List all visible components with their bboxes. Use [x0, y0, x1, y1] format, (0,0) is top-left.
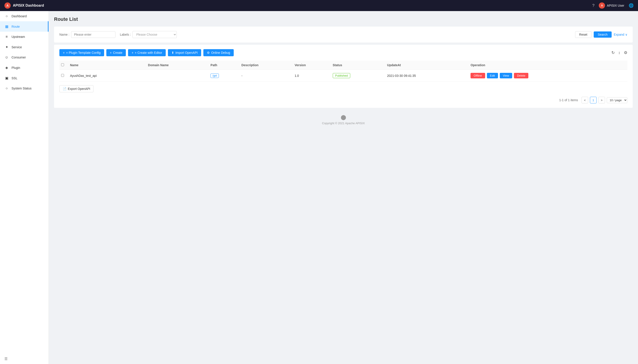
sidebar-collapse-button[interactable]: ☰ — [0, 354, 49, 364]
action-bar: + + Plugin Template Config + Create + + … — [59, 49, 627, 56]
import-openapi-button[interactable]: ⬆ Import OpenAPI — [168, 49, 201, 56]
sidebar-item-dashboard[interactable]: ○ Dashboard — [0, 11, 49, 21]
settings-icon[interactable]: ⚙ — [624, 50, 627, 55]
plus-icon: + — [110, 51, 112, 54]
page-title: Route List — [54, 16, 633, 22]
debug-icon: ⚙ — [207, 51, 210, 54]
service-icon: ✦ — [5, 45, 9, 49]
sidebar-item-label: Route — [12, 25, 20, 28]
plus-icon: + — [132, 51, 133, 54]
sidebar-item-label: Plugin — [12, 66, 20, 70]
labels-filter-group: Labels : Please Choose — [120, 31, 177, 38]
current-page-button[interactable]: 1 — [590, 97, 596, 104]
labels-select[interactable]: Please Choose — [133, 31, 177, 38]
col-description: Description — [240, 61, 293, 70]
labels-label: Labels : — [120, 33, 131, 36]
sidebar-item-route[interactable]: ▦ Route — [0, 21, 49, 32]
sidebar-item-label: Dashboard — [12, 14, 27, 18]
plus-icon: + — [63, 51, 65, 54]
system-status-icon: ○ — [5, 86, 9, 90]
header-right: ? A APISIX User 🌐 — [592, 2, 633, 9]
app-logo: A APISIX Dashboard — [5, 2, 44, 9]
pagination: 1-1 of 1 items < 1 > 10 / page 20 / page… — [59, 97, 627, 104]
sidebar-item-consumer[interactable]: ☺ Consumer — [0, 52, 49, 62]
plugin-template-config-button[interactable]: + + Plugin Template Config — [59, 49, 104, 56]
row-domain-name — [146, 70, 209, 82]
sidebar-item-plugin[interactable]: ◈ Plugin — [0, 62, 49, 73]
logo-icon: A — [5, 2, 11, 9]
create-with-editor-button[interactable]: + + Create with Editor — [128, 49, 166, 56]
export-openapi-button[interactable]: 📄 Export OpenAPI — [59, 85, 94, 92]
row-path: /get — [209, 70, 240, 82]
pagination-info: 1-1 of 1 items — [559, 98, 578, 102]
sidebar-item-service[interactable]: ✦ Service — [0, 42, 49, 52]
consumer-icon: ☺ — [5, 55, 9, 59]
table-row: AyushDas_test_api /get - 1.0 Published 2… — [59, 70, 627, 82]
online-debug-button[interactable]: ⚙ Online Debug — [203, 49, 234, 56]
ssl-icon: ▣ — [5, 76, 9, 80]
plugin-icon: ◈ — [5, 66, 9, 70]
row-updated-at: 2021-03-30 09:41:35 — [385, 70, 469, 82]
collapse-icon: ☰ — [5, 357, 8, 361]
page-size-select[interactable]: 10 / page 20 / page 50 / page — [607, 97, 627, 103]
language-icon[interactable]: 🌐 — [629, 3, 633, 8]
sidebar-item-label: Service — [12, 46, 22, 49]
col-operation: Operation — [469, 61, 627, 70]
offline-button[interactable]: Offline — [470, 73, 485, 78]
sidebar-item-system-status[interactable]: ○ System Status — [0, 83, 49, 94]
delete-button[interactable]: Delete — [514, 73, 528, 78]
user-menu[interactable]: A APISIX User — [599, 2, 624, 9]
next-page-button[interactable]: > — [598, 97, 605, 104]
upstream-icon: ≡ — [5, 35, 9, 39]
route-icon: ▦ — [5, 24, 9, 28]
row-status: Published — [331, 70, 385, 82]
refresh-icon[interactable]: ↻ — [611, 50, 615, 55]
sidebar-item-label: SSL — [12, 76, 17, 80]
header: A APISIX Dashboard ? A APISIX User 🌐 — [0, 0, 638, 11]
copyright: Copyright © 2021 Apache APISIX — [322, 122, 365, 125]
dashboard-icon: ○ — [5, 14, 9, 18]
row-version: 1.0 — [293, 70, 331, 82]
reset-button[interactable]: Reset — [575, 31, 592, 38]
table-action-icons: ↻ ↕ ⚙ — [611, 50, 627, 55]
col-path: Path — [209, 61, 240, 70]
operation-buttons: Offline Edit View Delete — [470, 73, 625, 78]
filter-card: Name : Labels : Please Choose Reset Sear… — [54, 26, 633, 42]
footer: ⬤ Copyright © 2021 Apache APISIX — [54, 108, 633, 132]
user-label: APISIX User — [607, 4, 624, 7]
col-status: Status — [331, 61, 385, 70]
name-filter-group: Name : — [59, 31, 115, 38]
create-button[interactable]: + Create — [106, 49, 126, 56]
sidebar-item-label: System Status — [12, 86, 32, 90]
app-title: APISIX Dashboard — [13, 4, 44, 8]
chevron-down-icon: ∨ — [625, 33, 627, 36]
edit-button[interactable]: Edit — [487, 73, 498, 78]
export-icon: 📄 — [63, 87, 67, 90]
view-button[interactable]: View — [500, 73, 512, 78]
filter-actions: Reset Search Expand ∨ — [575, 31, 627, 38]
prev-page-button[interactable]: < — [581, 97, 588, 104]
col-updated-at: UpdateAt — [385, 61, 469, 70]
avatar: A — [599, 2, 605, 9]
name-input[interactable] — [71, 31, 115, 38]
column-settings-icon[interactable]: ↕ — [618, 50, 620, 55]
col-version: Version — [293, 61, 331, 70]
divider — [54, 43, 633, 45]
sidebar-item-ssl[interactable]: ▣ SSL — [0, 73, 49, 83]
row-description: - — [240, 70, 293, 82]
help-icon[interactable]: ? — [592, 3, 594, 8]
search-button[interactable]: Search — [594, 32, 611, 38]
row-checkbox[interactable] — [61, 74, 64, 77]
row-name: AyushDas_test_api — [68, 70, 146, 82]
name-label: Name : — [59, 33, 69, 36]
sidebar: ○ Dashboard ▦ Route ≡ Upstream ✦ Service… — [0, 11, 49, 364]
expand-button[interactable]: Expand ∨ — [614, 33, 627, 36]
table-card: + + Plugin Template Config + Create + + … — [54, 45, 633, 108]
select-all-checkbox[interactable] — [61, 63, 64, 66]
sidebar-item-label: Upstream — [12, 35, 25, 38]
col-domain-name: Domain Name — [146, 61, 209, 70]
sidebar-item-upstream[interactable]: ≡ Upstream — [0, 32, 49, 42]
route-table: Name Domain Name Path Description Versio… — [59, 61, 627, 82]
row-operation: Offline Edit View Delete — [469, 70, 627, 82]
import-icon: ⬆ — [172, 51, 174, 54]
